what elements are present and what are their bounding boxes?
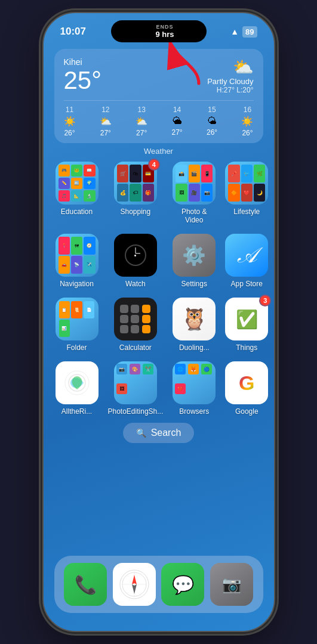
- google-label: Google: [235, 407, 258, 416]
- app-calculator[interactable]: Calculator: [108, 298, 164, 352]
- app-settings[interactable]: ⚙️ Settings: [173, 234, 216, 288]
- settings-label: Settings: [181, 280, 207, 288]
- weather-widget[interactable]: Kihei 25° ⛅ Partly Cloudy H:27° L:20° 11…: [54, 49, 263, 143]
- camera-icon: 📷: [222, 575, 241, 594]
- watch-icon: [114, 234, 157, 277]
- weather-label: Weather: [44, 147, 274, 156]
- app-navigation[interactable]: 📍 🗺 🧭 🚗 📡 ✈️ Navigation: [56, 234, 99, 288]
- watch-label: Watch: [125, 280, 146, 288]
- appstore-icon: 𝒜: [225, 234, 268, 277]
- app-watch[interactable]: Watch: [108, 234, 164, 288]
- calculator-icon: [114, 298, 157, 340]
- shopping-label: Shopping: [121, 208, 151, 216]
- weather-right: ⛅ Partly Cloudy H:27° L:20°: [207, 57, 253, 94]
- google-icon: G: [225, 361, 268, 404]
- app-duolingo[interactable]: 🦉 Duoling...: [173, 298, 216, 352]
- app-photoediting[interactable]: 📷 🎨 ✂️ 🖼 PhotoEditingSh...: [108, 361, 164, 416]
- photoediting-icon: 📷 🎨 ✂️ 🖼: [114, 361, 157, 404]
- island-ends-label: ENDS: [156, 24, 173, 30]
- island-time: 9 hrs: [155, 30, 174, 39]
- shopping-badge: 4: [148, 159, 160, 171]
- appstore-label: App Store: [231, 280, 263, 288]
- forecast-day-5: 15 🌤 26°: [207, 106, 217, 137]
- phone-frame: 10:07 ▲ 89 ☂ ENDS 9 hrs Kihei 25°: [42, 12, 275, 632]
- weather-hl: H:27° L:20°: [207, 86, 253, 94]
- weather-top: Kihei 25° ⛅ Partly Cloudy H:27° L:20°: [64, 57, 254, 94]
- folder-icon: 📋 📜 📄 📊: [56, 298, 99, 340]
- things-label: Things: [236, 343, 257, 352]
- forecast-day-4: 14 🌥 27°: [171, 106, 182, 137]
- island-left: ☂: [143, 27, 150, 36]
- app-education[interactable]: 🎮 🐸 📖 ✏️ 🔤 🌍 🎵 📐 🔬 Education: [56, 162, 99, 224]
- status-right: ▲ 89: [230, 26, 257, 38]
- dock-safari[interactable]: [113, 563, 156, 606]
- forecast-day-2: 12 ⛅ 27°: [100, 106, 112, 137]
- app-shopping[interactable]: 4 🛒 🛍 💳 💰 🏷 🎁 Shopping: [108, 162, 164, 224]
- dock-messages[interactable]: 💬: [161, 563, 204, 606]
- app-photo[interactable]: 📸 🎬 📱 🖼 🎥 📷 Photo & Video: [173, 162, 216, 224]
- forecast-day-1: 11 ☀️ 26°: [64, 106, 76, 137]
- navigation-label: Navigation: [60, 280, 94, 288]
- lifestyle-icon: 📌 🐦 🌿 🔶 ❤️ 🌙: [225, 162, 268, 205]
- weather-city: Kihei: [64, 57, 102, 67]
- dock-phone[interactable]: 📞: [64, 563, 107, 606]
- shopping-icon: 4 🛒 🛍 💳 💰 🏷 🎁: [114, 162, 157, 205]
- education-icon: 🎮 🐸 📖 ✏️ 🔤 🌍 🎵 📐 🔬: [56, 162, 99, 205]
- dock: 📞 💬 📷: [54, 556, 263, 613]
- phone-icon: 📞: [75, 574, 97, 595]
- things-icon: 3 ✅: [225, 298, 268, 340]
- things-badge: 3: [259, 295, 271, 306]
- alltheri-logo-icon: [63, 369, 91, 397]
- navigation-icon: 📍 🗺 🧭 🚗 📡 ✈️: [56, 234, 99, 277]
- forecast-day-3: 13 ⛅ 27°: [136, 106, 147, 137]
- lifestyle-label: Lifestyle: [233, 208, 260, 216]
- search-pill[interactable]: 🔍 Search: [123, 423, 195, 443]
- browsers-icon: 🌐 🦊 🔵 ❤️: [173, 361, 216, 404]
- search-label: Search: [151, 428, 181, 438]
- browsers-label: Browsers: [179, 407, 209, 416]
- alltheri-icon: [56, 361, 99, 404]
- dynamic-island[interactable]: ☂ ENDS 9 hrs: [111, 20, 207, 42]
- wifi-icon: ▲: [230, 27, 239, 36]
- google-g-icon: G: [239, 371, 254, 395]
- forecast-day-6: 16 ☀️ 26°: [241, 106, 253, 137]
- app-lifestyle[interactable]: 📌 🐦 🌿 🔶 ❤️ 🌙 Lifestyle: [225, 162, 268, 224]
- search-bar[interactable]: 🔍 Search: [44, 423, 274, 443]
- photo-icon: 📸 🎬 📱 🖼 🎥 📷: [173, 162, 216, 205]
- photoediting-label: PhotoEditingSh...: [108, 407, 164, 416]
- app-folder[interactable]: 📋 📜 📄 📊 Folder: [56, 298, 99, 352]
- weather-left: Kihei 25°: [64, 57, 102, 94]
- settings-icon: ⚙️: [173, 234, 216, 277]
- photo-label: Photo & Video: [173, 208, 216, 224]
- status-time: 10:07: [60, 26, 86, 38]
- app-appstore[interactable]: 𝒜 App Store: [225, 234, 268, 288]
- weather-forecast: 11 ☀️ 26° 12 ⛅ 27° 13 ⛅ 27° 14 🌥 27° 15: [64, 100, 254, 137]
- messages-icon: 💬: [172, 574, 194, 595]
- app-google[interactable]: G Google: [225, 361, 268, 416]
- weather-temp: 25°: [64, 67, 102, 94]
- app-alltheri[interactable]: AlltheRi...: [56, 361, 99, 416]
- search-icon: 🔍: [136, 428, 146, 438]
- folder-label: Folder: [66, 343, 87, 352]
- alltheri-label: AlltheRi...: [61, 407, 92, 416]
- app-grid: 🎮 🐸 📖 ✏️ 🔤 🌍 🎵 📐 🔬 Education 4 🛒 �: [44, 162, 274, 416]
- safari-icon: [119, 569, 150, 600]
- app-things[interactable]: 3 ✅ Things: [225, 298, 268, 352]
- education-label: Education: [61, 208, 93, 216]
- duolingo-icon: 🦉: [173, 298, 216, 340]
- duolingo-label: Duoling...: [179, 343, 210, 352]
- app-browsers[interactable]: 🌐 🦊 🔵 ❤️ Browsers: [173, 361, 216, 416]
- dock-camera[interactable]: 📷: [210, 563, 253, 606]
- appstore-a-icon: 𝒜: [238, 243, 256, 268]
- calculator-label: Calculator: [119, 343, 152, 352]
- weather-icon: ⛅: [207, 57, 253, 77]
- weather-desc: Partly Cloudy: [207, 77, 253, 86]
- battery-indicator: 89: [242, 26, 257, 38]
- island-right: ENDS 9 hrs: [155, 24, 174, 39]
- umbrella-icon: ☂: [143, 27, 150, 36]
- settings-gear-icon: ⚙️: [182, 244, 206, 267]
